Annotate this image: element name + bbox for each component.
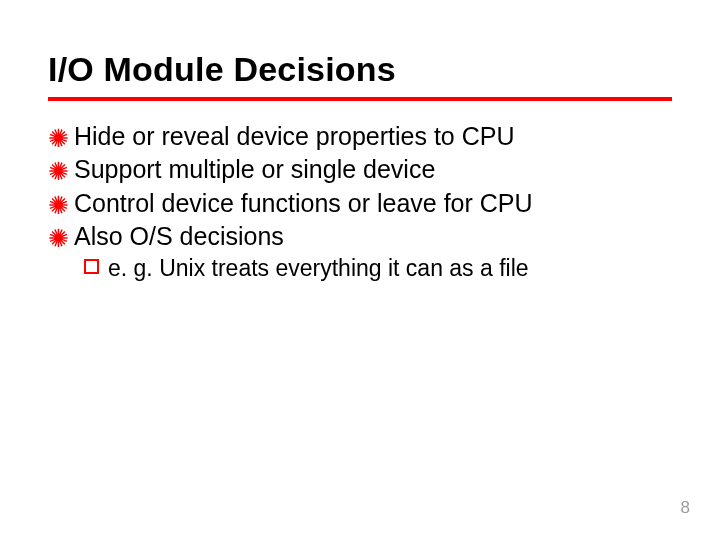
list-item: e. g. Unix treats everything it can as a… bbox=[84, 254, 672, 284]
list-item: ✺ Also O/S decisions bbox=[48, 221, 672, 252]
square-icon bbox=[84, 259, 108, 274]
page-title: I/O Module Decisions bbox=[48, 50, 672, 89]
list-item-text: e. g. Unix treats everything it can as a… bbox=[108, 254, 529, 284]
slide: I/O Module Decisions ✺ Hide or reveal de… bbox=[0, 0, 720, 540]
title-divider bbox=[48, 97, 672, 101]
list-item: ✺ Control device functions or leave for … bbox=[48, 188, 672, 219]
list-item-text: Hide or reveal device properties to CPU bbox=[74, 121, 514, 152]
list-item: ✺ Hide or reveal device properties to CP… bbox=[48, 121, 672, 152]
list-item: ✺ Support multiple or single device bbox=[48, 154, 672, 185]
snowflake-icon: ✺ bbox=[48, 156, 74, 187]
list-item-text: Support multiple or single device bbox=[74, 154, 435, 185]
snowflake-icon: ✺ bbox=[48, 223, 74, 254]
snowflake-icon: ✺ bbox=[48, 190, 74, 221]
snowflake-icon: ✺ bbox=[48, 123, 74, 154]
bullet-list: ✺ Hide or reveal device properties to CP… bbox=[48, 121, 672, 252]
svg-rect-0 bbox=[85, 260, 98, 273]
list-item-text: Also O/S decisions bbox=[74, 221, 284, 252]
sub-bullet-list: e. g. Unix treats everything it can as a… bbox=[48, 254, 672, 284]
list-item-text: Control device functions or leave for CP… bbox=[74, 188, 533, 219]
page-number: 8 bbox=[681, 498, 690, 518]
